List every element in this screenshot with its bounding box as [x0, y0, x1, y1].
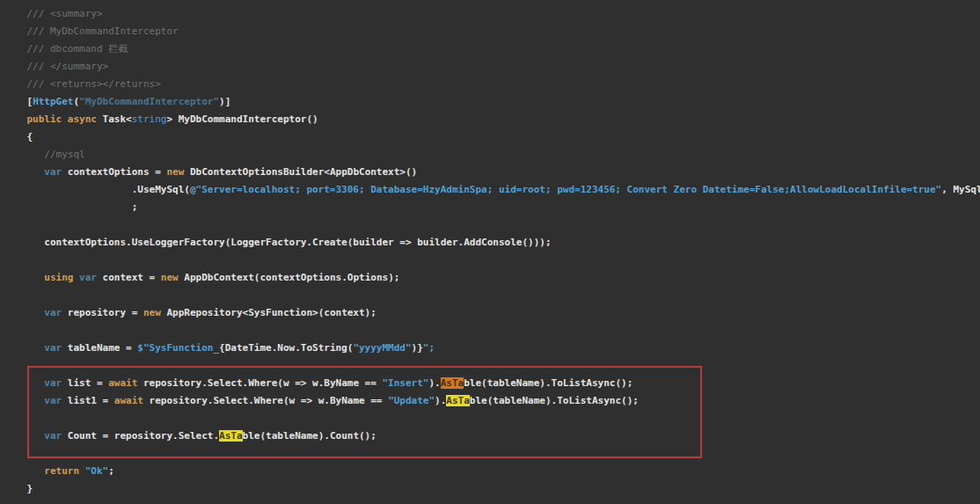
code-line[interactable]: contextOptions.UseLoggerFactory(LoggerFa… [4, 234, 980, 252]
code-token: list1 = [62, 395, 114, 406]
code-token: $"SysFunction_ [137, 342, 219, 354]
code-token: /// </summary> [4, 61, 108, 72]
code-token: HttpGet [33, 96, 73, 107]
code-line[interactable] [4, 287, 980, 304]
code-token: )] [219, 96, 230, 107]
code-line[interactable]: var Count = repository.Select.AsTable(ta… [4, 427, 980, 445]
code-editor[interactable]: /// <summary> /// MyDbCommandInterceptor… [0, 0, 980, 504]
code-line[interactable] [4, 445, 980, 463]
code-token: list = [62, 377, 108, 389]
code-line[interactable] [4, 322, 980, 340]
code-line[interactable]: /// <returns></returns> [4, 76, 980, 93]
code-token: var [44, 395, 62, 406]
code-token: var [44, 342, 62, 354]
code-line[interactable]: [HttpGet("MyDbCommandInterceptor")] [4, 93, 980, 111]
code-token: "Update" [388, 395, 435, 406]
code-line[interactable]: return "Ok"; [4, 463, 980, 480]
code-line[interactable]: ; [4, 199, 980, 216]
code-line[interactable] [4, 252, 980, 269]
code-token: "Insert" [383, 377, 429, 389]
code-token: /// MyDbCommandInterceptor [4, 26, 179, 37]
code-token: /// <returns></returns> [4, 78, 161, 90]
code-token [4, 342, 44, 354]
code-token: ble(tableName).ToListAsync(); [464, 377, 633, 389]
code-token: //mysql [4, 149, 85, 160]
code-token: )} [412, 342, 423, 354]
code-token: ). [428, 377, 440, 389]
code-token: await [114, 395, 143, 406]
code-token: using [44, 272, 73, 283]
code-token: repository.Select.Where(w => w.ByName == [137, 377, 382, 389]
code-token [4, 465, 44, 477]
code-token: ). [435, 395, 446, 406]
code-token: var [44, 430, 62, 442]
code-token: var [79, 272, 97, 283]
search-match-highlight: AsTa [219, 430, 243, 442]
code-token [4, 430, 44, 442]
code-line[interactable]: /// MyDbCommandInterceptor [4, 23, 980, 40]
code-line[interactable]: .UseMySql(@"Server=localhost; port=3306;… [4, 181, 980, 199]
code-line[interactable]: var list1 = await repository.Select.Wher… [4, 392, 980, 410]
code-token: string [132, 113, 167, 125]
code-token: await [108, 377, 137, 389]
code-line[interactable]: /// <summary> [4, 5, 980, 23]
code-token: "Server=localhost; port=3306; Database=H… [196, 184, 942, 195]
code-line[interactable]: } [4, 480, 980, 498]
code-line[interactable]: { [4, 128, 980, 146]
code-token: ; [4, 201, 137, 213]
code-token: DbContextOptionsBuilder<AppDbContext>() [184, 166, 417, 178]
code-line[interactable]: var list = await repository.Select.Where… [4, 375, 980, 392]
code-line[interactable]: var repository = new AppRepository<SysFu… [4, 304, 980, 322]
code-token: /// dbcommand 拦截 [4, 43, 128, 55]
code-token: [ [4, 96, 33, 107]
code-token: var [44, 377, 62, 389]
code-token: @ [190, 184, 196, 195]
code-token: .UseMySql( [4, 184, 190, 195]
code-line[interactable]: public async Task<string> MyDbCommandInt… [4, 111, 980, 128]
code-token: > MyDbCommandInterceptor() [166, 113, 318, 125]
code-token: ble(tableName).Count(); [243, 430, 377, 442]
code-token: return [44, 465, 79, 477]
code-token: new [161, 272, 179, 283]
code-token: "; [423, 342, 435, 354]
code-line[interactable] [4, 410, 980, 427]
code-token: , MySql [941, 184, 980, 195]
code-token: "Ok" [85, 465, 109, 477]
code-editor-window: /// <summary> /// MyDbCommandInterceptor… [0, 0, 980, 504]
search-match-highlight-current: AsTa [441, 377, 464, 389]
code-token: contextOptions = [62, 166, 166, 178]
code-token [79, 465, 85, 477]
code-line[interactable] [4, 216, 980, 234]
code-token: Count = repository.Select. [62, 430, 219, 442]
code-token: AppDbContext(contextOptions.Options); [179, 272, 400, 283]
code-token: /// <summary> [4, 8, 103, 19]
code-token: var [44, 307, 62, 318]
code-token: ble(tableName).ToListAsync(); [470, 395, 639, 406]
code-token [4, 272, 44, 283]
code-token: tableName = [62, 342, 137, 354]
code-token: contextOptions.UseLoggerFactory(LoggerFa… [4, 237, 552, 248]
code-line[interactable]: /// dbcommand 拦截 [4, 40, 980, 58]
search-match-highlight: AsTa [446, 395, 470, 406]
code-token [4, 395, 44, 406]
code-token: context = [97, 272, 161, 283]
code-token: var [44, 166, 62, 178]
code-line[interactable]: //mysql [4, 146, 980, 164]
code-token: } [4, 483, 33, 494]
code-token: public async [27, 113, 103, 125]
code-token [4, 113, 27, 125]
code-token [4, 166, 44, 178]
code-token: new [166, 166, 184, 178]
code-line[interactable]: /// </summary> [4, 58, 980, 76]
code-token: { [4, 131, 33, 142]
code-token: ; [108, 465, 114, 477]
code-line[interactable]: var tableName = $"SysFunction_{DateTime.… [4, 340, 980, 357]
code-token: Task< [103, 113, 132, 125]
code-token [4, 307, 44, 318]
code-token: "yyyyMMdd" [353, 342, 411, 354]
code-line[interactable]: var contextOptions = new DbContextOption… [4, 164, 980, 181]
code-token: new [143, 307, 161, 318]
code-line[interactable]: using var context = new AppDbContext(con… [4, 269, 980, 287]
code-token: repository = [62, 307, 143, 318]
code-line[interactable] [4, 357, 980, 375]
